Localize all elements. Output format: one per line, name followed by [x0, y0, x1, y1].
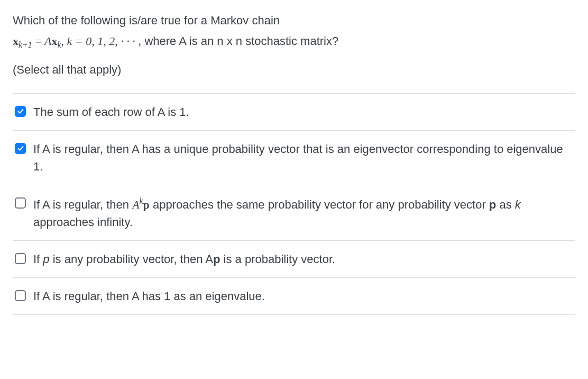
question-line-1: Which of the following is/are true for a… — [13, 12, 575, 29]
option-label-0: The sum of each row of A is 1. — [33, 105, 189, 119]
x-k: x — [52, 34, 58, 48]
option-2-post2: approaches infinity. — [33, 215, 133, 229]
question-text-1: Which of the following is/are true for a… — [13, 14, 280, 27]
option-3-mid: is any probability vector, then A — [50, 252, 213, 266]
question-instruction: (Select all that apply) — [13, 61, 575, 78]
option-2-A: A — [132, 198, 139, 211]
checkbox-4[interactable] — [15, 290, 26, 301]
option-text-3: If p is any probability vector, then Ap … — [33, 250, 572, 268]
option-2-post1: as — [496, 198, 514, 211]
check-icon — [17, 107, 24, 115]
option-3-post: is a probability vector. — [220, 252, 335, 266]
option-2-bold-p: p — [489, 198, 496, 211]
option-row-3[interactable]: If p is any probability vector, then Ap … — [13, 240, 575, 277]
sub-k-plus-1: k+1 — [19, 40, 32, 49]
option-text-2: If A is regular, then Akp approaches the… — [33, 195, 572, 231]
check-icon — [17, 145, 24, 152]
checkbox-2[interactable] — [15, 197, 26, 209]
comma-sep: , — [61, 34, 67, 48]
option-row-1[interactable]: If A is regular, then A has a unique pro… — [13, 130, 575, 185]
option-2-mid: approaches the same probability vector f… — [150, 198, 489, 211]
question-block: Which of the following is/are true for a… — [13, 12, 575, 78]
option-2-p: p — [143, 198, 150, 211]
x-k-plus-1: x — [13, 34, 19, 48]
option-text-1: If A is regular, then A has a unique pro… — [33, 140, 572, 175]
k-sequence: k = 0, 1, 2, · · · — [67, 34, 135, 48]
option-text-0: The sum of each row of A is 1. — [33, 103, 572, 121]
markov-equation: xk+1 = Axk, k = 0, 1, 2, · · · — [13, 34, 138, 48]
options-list: The sum of each row of A is 1. If A is r… — [13, 93, 575, 315]
matrix-a: A — [44, 34, 51, 48]
checkbox-0[interactable] — [15, 106, 26, 117]
option-2-pre: If A is regular, then — [33, 198, 132, 211]
option-3-pre: If — [33, 252, 43, 266]
checkbox-1[interactable] — [15, 143, 26, 154]
option-3-bold-p: p — [213, 252, 220, 266]
option-2-sup-k: k — [140, 196, 143, 205]
question-text-2: , where A is an n x n stochastic matrix? — [138, 34, 338, 48]
option-3-p-italic: p — [43, 252, 49, 266]
option-2-k: k — [515, 198, 521, 211]
equals-1: = — [32, 34, 44, 48]
option-row-4[interactable]: If A is regular, then A has 1 as an eige… — [13, 277, 575, 315]
sub-k: k — [58, 40, 61, 49]
option-text-4: If A is regular, then A has 1 as an eige… — [33, 287, 572, 305]
option-label-1: If A is regular, then A has a unique pro… — [33, 142, 563, 173]
option-label-4: If A is regular, then A has 1 as an eige… — [33, 290, 265, 303]
option-row-0[interactable]: The sum of each row of A is 1. — [13, 93, 575, 130]
checkbox-3[interactable] — [15, 253, 26, 264]
question-line-2: xk+1 = Axk, k = 0, 1, 2, · · · , where A… — [13, 32, 575, 51]
option-row-2[interactable]: If A is regular, then Akp approaches the… — [13, 185, 575, 240]
